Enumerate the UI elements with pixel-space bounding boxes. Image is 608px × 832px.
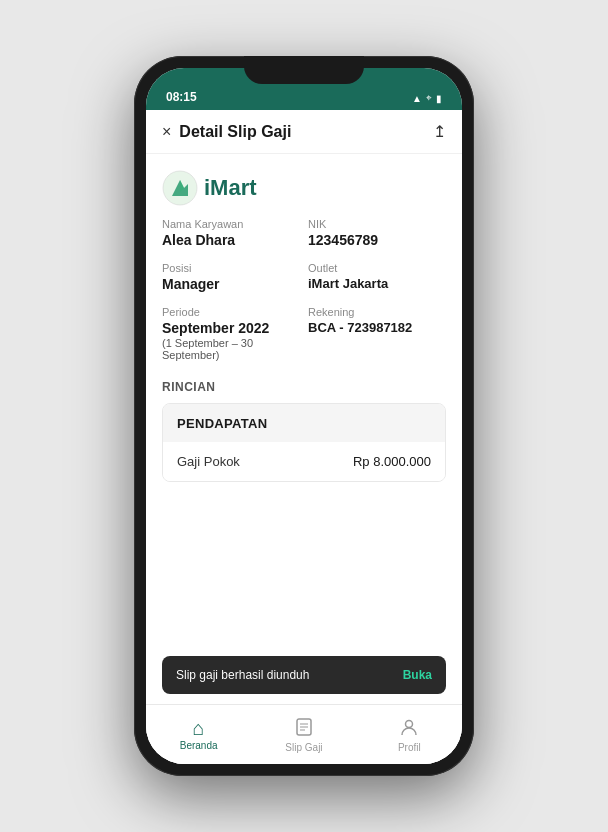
nik-label: NIK xyxy=(308,218,446,230)
nik-item: NIK 123456789 xyxy=(308,218,446,248)
periode-value: September 2022 xyxy=(162,320,300,336)
outlet-value: iMart Jakarta xyxy=(308,276,446,291)
logo-text: iMart xyxy=(204,175,257,201)
gaji-pokok-label: Gaji Pokok xyxy=(177,454,240,469)
logo-section: iMart xyxy=(146,154,462,218)
toast-action-button[interactable]: Buka xyxy=(403,668,432,682)
home-icon: ⌂ xyxy=(193,718,205,738)
nav-beranda-label: Beranda xyxy=(180,740,218,751)
pendapatan-title: PENDAPATAN xyxy=(177,416,267,431)
pendapatan-block: PENDAPATAN Gaji Pokok Rp 8.000.000 xyxy=(162,403,446,482)
rincian-title: RINCIAN xyxy=(162,380,216,394)
posisi-item: Posisi Manager xyxy=(162,262,300,292)
nav-profil[interactable]: Profil xyxy=(357,711,462,759)
page-header: × Detail Slip Gaji ↥ xyxy=(146,110,462,154)
nama-item: Nama Karyawan Alea Dhara xyxy=(162,218,300,248)
phone-screen: 08:15 ▲ ⌖ ▮ × Detail Slip Gaji ↥ xyxy=(146,68,462,764)
imart-logo-icon xyxy=(162,170,198,206)
periode-label: Periode xyxy=(162,306,300,318)
status-icons: ▲ ⌖ ▮ xyxy=(412,92,442,104)
posisi-value: Manager xyxy=(162,276,300,292)
rekening-item: Rekening BCA - 723987182 xyxy=(308,306,446,361)
posisi-label: Posisi xyxy=(162,262,300,274)
header-left: × Detail Slip Gaji xyxy=(162,123,291,141)
nama-value: Alea Dhara xyxy=(162,232,300,248)
wifi-icon: ⌖ xyxy=(426,92,432,104)
bottom-navigation: ⌂ Beranda Slip Gaji xyxy=(146,704,462,764)
gaji-pokok-row: Gaji Pokok Rp 8.000.000 xyxy=(163,442,445,481)
nik-value: 123456789 xyxy=(308,232,446,248)
pendapatan-header: PENDAPATAN xyxy=(163,404,445,442)
nav-profil-label: Profil xyxy=(398,742,421,753)
rincian-section-header: RINCIAN xyxy=(146,361,462,403)
phone-notch xyxy=(244,56,364,84)
toast-message: Slip gaji berhasil diunduh xyxy=(176,668,309,682)
outlet-label: Outlet xyxy=(308,262,446,274)
profil-icon xyxy=(399,717,419,740)
slip-gaji-icon xyxy=(294,717,314,740)
rekening-label: Rekening xyxy=(308,306,446,318)
status-time: 08:15 xyxy=(166,90,197,104)
signal-icon: ▲ xyxy=(412,93,422,104)
toast-notification: Slip gaji berhasil diunduh Buka xyxy=(162,656,446,694)
page-title: Detail Slip Gaji xyxy=(179,123,291,141)
download-button[interactable]: ↥ xyxy=(433,122,446,141)
nama-label: Nama Karyawan xyxy=(162,218,300,230)
close-button[interactable]: × xyxy=(162,123,171,141)
periode-item: Periode September 2022 (1 September – 30… xyxy=(162,306,300,361)
svg-point-5 xyxy=(406,720,413,727)
outlet-item: Outlet iMart Jakarta xyxy=(308,262,446,292)
battery-icon: ▮ xyxy=(436,93,442,104)
phone-frame: 08:15 ▲ ⌖ ▮ × Detail Slip Gaji ↥ xyxy=(134,56,474,776)
periode-sub: (1 September – 30 September) xyxy=(162,337,300,361)
gaji-pokok-value: Rp 8.000.000 xyxy=(353,454,431,469)
nav-slip-gaji-label: Slip Gaji xyxy=(285,742,322,753)
logo-wrapper: iMart xyxy=(162,170,446,206)
nav-slip-gaji[interactable]: Slip Gaji xyxy=(251,711,356,759)
rekening-value: BCA - 723987182 xyxy=(308,320,446,335)
nav-beranda[interactable]: ⌂ Beranda xyxy=(146,712,251,757)
employee-info-grid: Nama Karyawan Alea Dhara NIK 123456789 P… xyxy=(146,218,462,361)
